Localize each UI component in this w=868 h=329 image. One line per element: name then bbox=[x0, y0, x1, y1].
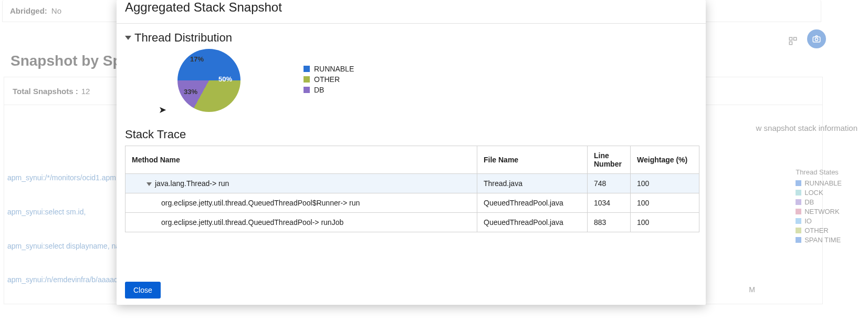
line-number: 1034 bbox=[588, 193, 631, 213]
pie-chart: 50%33%17% bbox=[177, 49, 240, 112]
method-name: org.eclipse.jetty.util.thread.QueuedThre… bbox=[161, 218, 343, 227]
method-name: org.eclipse.jetty.util.thread.QueuedThre… bbox=[161, 199, 360, 207]
col-method[interactable]: Method Name bbox=[126, 146, 477, 174]
legend-item[interactable]: DB bbox=[304, 86, 354, 94]
legend-swatch bbox=[304, 87, 310, 93]
thread-distribution-chart: 50%33%17% RUNNABLEOTHERDB bbox=[125, 49, 697, 112]
thread-distribution-title: Thread Distribution bbox=[134, 31, 232, 45]
pie-slice-label: 17% bbox=[190, 55, 204, 63]
file-name: QueuedThreadPool.java bbox=[477, 213, 588, 232]
col-line[interactable]: Line Number bbox=[588, 146, 631, 174]
method-name: java.lang.Thread-> run bbox=[155, 179, 229, 188]
stack-trace-title: Stack Trace bbox=[125, 128, 186, 141]
table-row[interactable]: org.eclipse.jetty.util.thread.QueuedThre… bbox=[126, 213, 699, 232]
legend-swatch bbox=[304, 76, 310, 83]
weightage: 100 bbox=[631, 193, 699, 213]
line-number: 883 bbox=[588, 213, 631, 232]
thread-distribution-header[interactable]: Thread Distribution bbox=[125, 31, 697, 45]
aggregated-snapshot-modal: Aggregated Stack Snapshot Thread Distrib… bbox=[117, 0, 706, 305]
pie-legend: RUNNABLEOTHERDB bbox=[304, 65, 354, 96]
legend-item[interactable]: RUNNABLE bbox=[304, 65, 354, 73]
weightage: 100 bbox=[631, 213, 699, 232]
legend-label: OTHER bbox=[314, 75, 340, 84]
table-row[interactable]: org.eclipse.jetty.util.thread.QueuedThre… bbox=[126, 193, 699, 213]
stack-trace-header: Stack Trace bbox=[125, 128, 697, 141]
modal-title: Aggregated Stack Snapshot bbox=[125, 0, 697, 15]
legend-label: RUNNABLE bbox=[314, 65, 354, 73]
close-button[interactable]: Close bbox=[125, 282, 161, 299]
pie-slice-label: 50% bbox=[218, 75, 232, 83]
legend-label: DB bbox=[314, 86, 324, 94]
file-name: QueuedThreadPool.java bbox=[477, 193, 588, 213]
collapse-icon bbox=[125, 36, 131, 40]
legend-swatch bbox=[304, 66, 310, 72]
col-file[interactable]: File Name bbox=[477, 146, 588, 174]
weightage: 100 bbox=[631, 174, 699, 193]
line-number: 748 bbox=[588, 174, 631, 193]
file-name: Thread.java bbox=[477, 174, 588, 193]
expand-icon[interactable] bbox=[147, 182, 152, 186]
col-weight[interactable]: Weightage (%) bbox=[631, 146, 699, 174]
table-row[interactable]: java.lang.Thread-> runThread.java748100 bbox=[126, 174, 699, 193]
pie-slice-label: 33% bbox=[184, 88, 197, 96]
legend-item[interactable]: OTHER bbox=[304, 75, 354, 84]
stack-trace-table: Method Name File Name Line Number Weight… bbox=[125, 146, 699, 232]
